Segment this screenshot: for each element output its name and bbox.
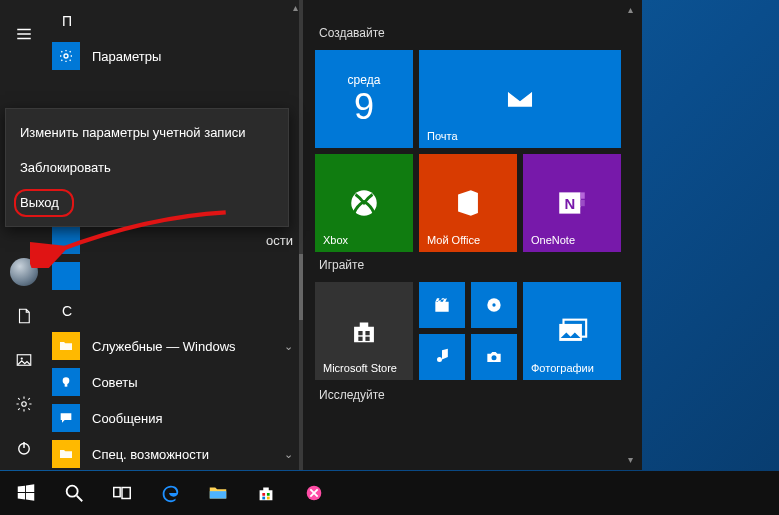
tile-small-extra1[interactable]: [419, 334, 465, 380]
xbox-icon: [347, 186, 381, 220]
app-list[interactable]: ▴ П Параметры ости Почта С: [48, 0, 303, 470]
svg-rect-16: [358, 337, 362, 341]
svg-line-24: [77, 496, 83, 502]
tile-caption: Xbox: [323, 234, 348, 246]
svg-rect-27: [210, 491, 227, 498]
tile-photos[interactable]: Фотографии: [523, 282, 621, 380]
menu-item-signout[interactable]: Выход: [6, 185, 288, 220]
tile-onenote[interactable]: N OneNote: [523, 154, 621, 252]
tile-caption: Почта: [427, 130, 458, 142]
tile-xbox[interactable]: Xbox: [315, 154, 413, 252]
note-icon: [432, 347, 452, 367]
scroll-up-icon[interactable]: ▴: [624, 4, 636, 16]
camera-icon: [484, 347, 504, 367]
office-icon: [451, 186, 485, 220]
calendar-day: 9: [354, 89, 374, 125]
taskview-icon: [111, 482, 133, 504]
mail-icon: [503, 82, 537, 116]
pictures-button[interactable]: [4, 340, 44, 380]
settings-button[interactable]: [4, 384, 44, 424]
user-button[interactable]: [4, 252, 44, 292]
app-label: Спец. возможности: [92, 447, 209, 462]
group-label-play[interactable]: Играйте: [319, 258, 626, 272]
chevron-down-icon: ⌄: [284, 340, 293, 353]
snip-button[interactable]: [290, 471, 338, 515]
group-label-explore[interactable]: Исследуйте: [319, 388, 626, 402]
photos-icon: [555, 314, 589, 348]
tile-caption: Microsoft Store: [323, 362, 397, 374]
picture-icon: [15, 351, 33, 369]
app-item-mail[interactable]: Почта: [48, 258, 303, 294]
app-label: Советы: [92, 375, 137, 390]
explorer-button[interactable]: [194, 471, 242, 515]
edge-icon: [159, 482, 181, 504]
svg-rect-11: [581, 192, 585, 198]
svg-rect-15: [365, 331, 369, 335]
onenote-icon: N: [555, 186, 589, 220]
bulb-icon: [52, 368, 80, 396]
tile-calendar[interactable]: среда 9: [315, 50, 413, 148]
menu-item-lock[interactable]: Заблокировать: [6, 150, 288, 185]
app-item-utilities[interactable]: Служебные — Windows ⌄: [48, 328, 303, 364]
hamburger-button[interactable]: [4, 14, 44, 54]
document-icon: [15, 307, 33, 325]
tile-mail[interactable]: Почта: [419, 50, 621, 148]
clapper-icon: [432, 295, 452, 315]
app-item-accessibility[interactable]: Спец. возможности ⌄: [48, 436, 303, 470]
tile-caption: Мой Office: [427, 234, 480, 246]
tile-caption: Фотографии: [531, 362, 594, 374]
tile-store[interactable]: Microsoft Store: [315, 282, 413, 380]
app-label: Сообщения: [92, 411, 163, 426]
svg-point-1: [21, 357, 23, 359]
taskbar: [0, 471, 779, 515]
tile-small-group: [419, 282, 517, 380]
store-taskbar-button[interactable]: [242, 471, 290, 515]
app-item-parameters[interactable]: Параметры: [48, 38, 303, 74]
windows-icon: [15, 482, 37, 504]
tile-small-movies[interactable]: [419, 282, 465, 328]
app-item-tips[interactable]: Советы: [48, 364, 303, 400]
documents-button[interactable]: [4, 296, 44, 336]
app-item-partial[interactable]: ости: [48, 222, 303, 258]
tile-office[interactable]: Мой Office: [419, 154, 517, 252]
svg-rect-13: [581, 207, 585, 213]
folder-icon: [52, 440, 80, 468]
svg-rect-28: [262, 493, 265, 496]
start-button[interactable]: [2, 471, 50, 515]
svg-rect-14: [358, 331, 362, 335]
svg-point-5: [64, 54, 68, 58]
svg-rect-30: [262, 497, 265, 500]
taskview-button[interactable]: [98, 471, 146, 515]
group-label-create[interactable]: Создавайте: [319, 26, 626, 40]
svg-point-19: [492, 303, 495, 306]
svg-point-6: [63, 377, 70, 384]
app-item-messages[interactable]: Сообщения: [48, 400, 303, 436]
svg-rect-7: [65, 384, 68, 387]
square-icon: [52, 226, 80, 254]
app-label: Параметры: [92, 49, 161, 64]
search-icon: [63, 482, 85, 504]
svg-rect-31: [267, 497, 270, 500]
power-button[interactable]: [4, 428, 44, 468]
start-menu: ▴ П Параметры ости Почта С: [0, 0, 642, 470]
edge-button[interactable]: [146, 471, 194, 515]
user-context-menu: Изменить параметры учетной записи Заблок…: [5, 108, 289, 227]
svg-point-2: [22, 402, 27, 407]
svg-rect-17: [365, 337, 369, 341]
letter-header[interactable]: П: [48, 4, 303, 38]
tile-small-groove[interactable]: [471, 282, 517, 328]
svg-rect-29: [267, 493, 270, 496]
search-button[interactable]: [50, 471, 98, 515]
menu-item-account-settings[interactable]: Изменить параметры учетной записи: [6, 115, 288, 150]
tile-small-camera[interactable]: [471, 334, 517, 380]
svg-rect-12: [581, 200, 585, 206]
music-icon: [484, 295, 504, 315]
gear-icon: [15, 395, 33, 413]
svg-point-20: [492, 355, 497, 360]
store-icon: [255, 482, 277, 504]
snip-icon: [303, 482, 325, 504]
letter-header-c[interactable]: С: [48, 294, 303, 328]
scroll-down-icon[interactable]: ▾: [624, 454, 636, 466]
chevron-down-icon: ⌄: [284, 448, 293, 461]
store-icon: [347, 314, 381, 348]
